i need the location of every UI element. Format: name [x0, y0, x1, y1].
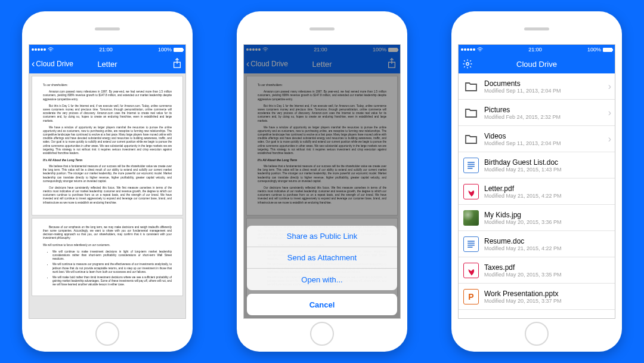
file-list[interactable]: DocumentsModified Sep 11, 2013, 2:04 PM›…	[459, 73, 615, 318]
action-sheet: Share as Public Link Send as Attachment …	[247, 226, 397, 290]
file-row[interactable]: PWork Presentation.pptxModified May 20, …	[459, 284, 615, 310]
file-modified: Modified Feb 24, 2015, 2:32 PM	[484, 114, 603, 120]
share-icon	[172, 58, 182, 69]
folder-row[interactable]: PicturesModified Feb 24, 2015, 2:32 PM›	[459, 100, 615, 126]
file-name: Resume.doc	[484, 237, 611, 245]
doc-bullet: We will continue to make investment deci…	[52, 250, 172, 262]
status-bar: 21:00 100%	[459, 45, 615, 54]
file-meta: Work Presentation.pptxModified May 20, 2…	[484, 290, 611, 304]
pdf-icon	[463, 263, 479, 278]
img-icon	[463, 210, 479, 226]
file-meta: Birthday Guest List.docModified May 21, …	[484, 158, 611, 173]
file-name: Videos	[484, 132, 603, 140]
screen-3: 21:00 100% Cloud Drive DocumentsModified…	[458, 44, 615, 319]
battery-percent: 100%	[158, 47, 172, 53]
share-button[interactable]	[172, 58, 182, 70]
file-name: My Kids.jpg	[484, 211, 611, 219]
nav-bar: Cloud Drive	[459, 54, 615, 73]
file-row[interactable]: Resume.docModified May 21, 2015, 4:22 PM	[459, 231, 615, 257]
share-public-link-button[interactable]: Share as Public Link	[247, 226, 397, 247]
svg-point-2	[466, 63, 469, 66]
file-meta: DocumentsModified Sep 11, 2013, 2:04 PM	[484, 79, 603, 94]
file-meta: PicturesModified Feb 24, 2015, 2:32 PM	[484, 106, 603, 120]
file-modified: Modified May 20, 2015, 3:35 PM	[484, 272, 611, 278]
gear-icon	[462, 59, 473, 69]
document-page-2: Because of our emphasis on the long term…	[32, 218, 183, 297]
doc-bullet: We will continue to measure our programs…	[52, 263, 172, 274]
chevron-right-icon: ›	[608, 107, 611, 118]
folder-row[interactable]: VideosModified Sep 11, 2013, 2:04 PM›	[459, 126, 615, 152]
doc-greeting: To our shareholders:	[43, 84, 172, 87]
file-meta: VideosModified Sep 11, 2013, 2:04 PM	[484, 132, 603, 146]
signal-icon	[32, 48, 46, 51]
file-meta: Letter.pdfModified May 21, 2015, 4:22 PM	[484, 184, 611, 199]
file-modified: Modified May 21, 2015, 4:22 PM	[484, 245, 611, 251]
screen-2: 21:00 100% ‹ Cloud Drive Letter To our s…	[243, 44, 401, 319]
file-modified: Modified Sep 11, 2013, 2:04 PM	[484, 88, 603, 94]
doc-bullet: We will make bold rather than timid inve…	[52, 276, 172, 287]
send-as-attachment-button[interactable]: Send as Attachment	[247, 247, 397, 269]
open-with-button[interactable]: Open with...	[247, 269, 397, 290]
file-name: Work Presentation.pptx	[484, 290, 611, 298]
wifi-icon	[48, 47, 54, 52]
doc-paragraph: Because of our emphasis on the long term…	[43, 226, 172, 241]
chevron-right-icon: ›	[608, 81, 611, 92]
document-viewer[interactable]: To our shareholders: Amazon.com passed m…	[29, 73, 185, 318]
chevron-right-icon: ›	[608, 134, 611, 144]
file-meta: Resume.docModified May 21, 2015, 4:22 PM	[484, 237, 611, 251]
status-bar: 21:00 100%	[29, 45, 185, 54]
file-meta: My Kids.jpgModified May 20, 2015, 3:36 P…	[484, 211, 611, 225]
doc-paragraph: We will continue to focus relentlessly o…	[43, 244, 172, 247]
nav-bar: ‹ Cloud Drive Letter	[29, 54, 185, 73]
doc-section-heading: It's All About the Long Term	[43, 158, 172, 162]
doc-icon	[463, 236, 479, 252]
file-modified: Modified May 21, 2015, 4:22 PM	[484, 193, 611, 199]
file-row[interactable]: Taxes.pdfModified May 20, 2015, 3:35 PM	[459, 257, 615, 284]
file-row[interactable]: Letter.pdfModified May 21, 2015, 4:22 PM	[459, 179, 615, 205]
wifi-icon	[477, 47, 483, 52]
document-page-1: To our shareholders: Amazon.com passed m…	[32, 76, 183, 216]
doc-paragraph: But this is Day 1 for the Internet and, …	[43, 104, 172, 123]
file-modified: Modified May 20, 2015, 3:36 PM	[484, 219, 611, 225]
doc-paragraph: Amazon.com passed many milestones in 199…	[43, 90, 172, 101]
folder-icon	[463, 79, 479, 94]
file-row[interactable]: My Kids.jpgModified May 20, 2015, 3:36 P…	[459, 205, 615, 231]
file-modified: Modified May 21, 2015, 1:43 PM	[484, 167, 611, 173]
ppt-icon: P	[463, 289, 479, 304]
cancel-button[interactable]: Cancel	[247, 294, 397, 315]
nav-title: Cloud Drive	[459, 60, 615, 69]
battery-icon	[603, 48, 612, 52]
folder-row[interactable]: DocumentsModified Sep 11, 2013, 2:04 PM›	[459, 73, 615, 100]
file-name: Documents	[484, 79, 603, 88]
doc-icon	[463, 158, 479, 173]
phone-mockup-1: 21:00 100% ‹ Cloud Drive Letter To our s…	[22, 11, 193, 352]
screen-1: 21:00 100% ‹ Cloud Drive Letter To our s…	[29, 44, 186, 319]
file-modified: Modified Sep 11, 2013, 2:04 PM	[484, 140, 603, 146]
file-row[interactable]: Birthday Guest List.docModified May 21, …	[459, 152, 615, 179]
status-time: 21:00	[528, 47, 542, 53]
back-label: Cloud Drive	[36, 60, 73, 68]
file-meta: Taxes.pdfModified May 20, 2015, 3:35 PM	[484, 263, 611, 278]
file-name: Pictures	[484, 106, 603, 114]
doc-paragraph: We believe that a fundamental measure of…	[43, 165, 172, 183]
doc-paragraph: Our decisions have consistently reflecte…	[43, 186, 172, 205]
settings-button[interactable]	[462, 59, 473, 71]
folder-icon	[463, 105, 479, 121]
back-button[interactable]: ‹ Cloud Drive	[29, 60, 73, 68]
signal-icon	[461, 48, 475, 51]
phone-mockup-3: 21:00 100% Cloud Drive DocumentsModified…	[451, 11, 622, 352]
doc-paragraph: We have a window of opportunity as large…	[43, 126, 172, 156]
file-name: Birthday Guest List.doc	[484, 158, 611, 167]
file-name: Taxes.pdf	[484, 263, 611, 272]
modal-overlay[interactable]: Share as Public Link Send as Attachment …	[244, 45, 400, 318]
status-time: 21:00	[99, 47, 113, 53]
file-modified: Modified May 20, 2015, 3:37 PM	[484, 298, 611, 304]
battery-icon	[174, 48, 183, 52]
phone-mockup-2: 21:00 100% ‹ Cloud Drive Letter To our s…	[237, 11, 407, 352]
pdf-icon	[463, 184, 479, 199]
file-name: Letter.pdf	[484, 184, 611, 193]
battery-percent: 100%	[587, 47, 601, 53]
folder-icon	[463, 131, 479, 147]
